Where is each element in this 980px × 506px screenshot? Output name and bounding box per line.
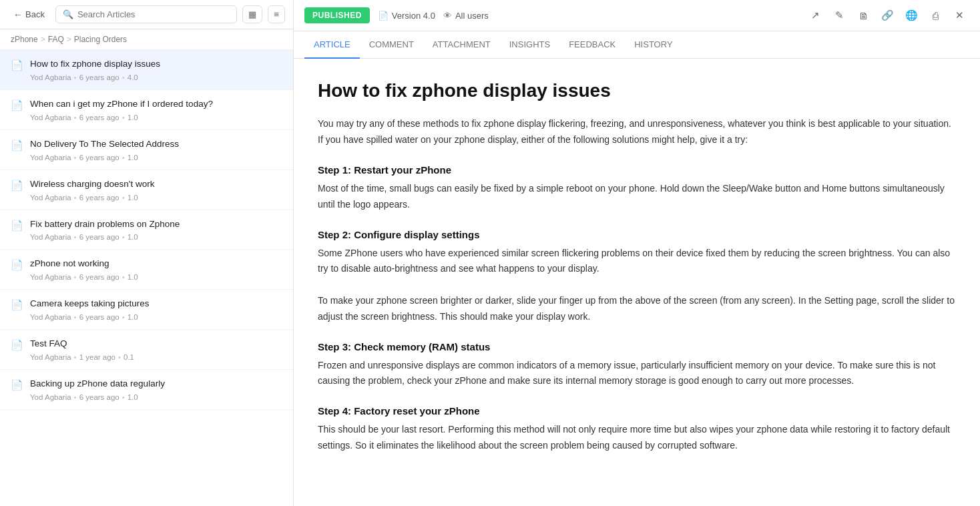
list-item[interactable]: 📄 zPhone not working Yod Agbaria • 6 yea… <box>0 250 293 290</box>
meta-dot-1: • <box>74 113 77 121</box>
article-doc-icon: 📄 <box>11 140 23 152</box>
meta-dot-1: • <box>74 154 77 162</box>
collapse-button[interactable]: ≡ <box>268 5 285 23</box>
search-box: 🔍 <box>55 5 237 23</box>
step-title-1: Step 1: Restart your zPhone <box>318 164 956 176</box>
article-intro: You may try any of these methods to fix … <box>318 116 956 148</box>
article-doc-icon: 📄 <box>11 220 23 232</box>
article-meta: Yod Agbaria • 6 years ago • 1.0 <box>30 313 282 321</box>
article-meta: Yod Agbaria • 6 years ago • 4.0 <box>30 73 282 81</box>
article-content: zPhone not working Yod Agbaria • 6 years… <box>30 258 282 281</box>
tab-article[interactable]: ARTICLE <box>304 31 360 59</box>
step-title-3: Step 3: Check memory (RAM) status <box>318 341 956 352</box>
article-version: 1.0 <box>128 273 138 281</box>
list-item[interactable]: 📄 Wireless charging doesn't work Yod Agb… <box>0 170 293 210</box>
article-time: 6 years ago <box>79 313 119 321</box>
back-button[interactable]: ← Back <box>8 7 50 23</box>
edit-button[interactable]: ✎ <box>829 5 849 25</box>
breadcrumb-faq[interactable]: FAQ <box>48 35 64 44</box>
breadcrumb: zPhone > FAQ > Placing Orders <box>0 29 293 50</box>
users-info: 👁 All users <box>443 11 489 21</box>
back-arrow-icon: ← <box>13 9 23 20</box>
meta-dot-2: • <box>122 233 125 241</box>
right-panel: PUBLISHED 📄 Version 4.0 👁 All users ↗ ✎ … <box>294 0 980 506</box>
tab-history[interactable]: HISTORY <box>625 31 682 59</box>
tab-attachment[interactable]: ATTACHMENT <box>423 31 500 59</box>
header-actions: ↗ ✎ 🗎 🔗 🌐 ⎙ ✕ <box>805 5 969 25</box>
top-bar: ← Back 🔍 ▦ ≡ <box>0 0 293 29</box>
left-panel: ← Back 🔍 ▦ ≡ zPhone > FAQ > Placing Orde… <box>0 0 294 506</box>
list-item[interactable]: 📄 Camera keeps taking pictures Yod Agbar… <box>0 290 293 330</box>
close-button[interactable]: ✕ <box>949 5 969 25</box>
article-title: No Delivery To The Selected Address <box>30 138 282 151</box>
article-meta: Yod Agbaria • 6 years ago • 1.0 <box>30 154 282 162</box>
article-title: When can i get my zPhone if I ordered to… <box>30 98 282 111</box>
tab-insights[interactable]: INSIGHTS <box>500 31 559 59</box>
article-meta: Yod Agbaria • 6 years ago • 1.0 <box>30 273 282 281</box>
list-item[interactable]: 📄 Fix battery drain problems on Zphone Y… <box>0 210 293 250</box>
list-item[interactable]: 📄 How to fix zphone display issues Yod A… <box>0 50 293 90</box>
right-header: PUBLISHED 📄 Version 4.0 👁 All users ↗ ✎ … <box>294 0 980 31</box>
search-icon: 🔍 <box>63 9 73 19</box>
article-meta: Yod Agbaria • 1 year ago • 0.1 <box>30 353 282 361</box>
article-title: How to fix zphone display issues <box>30 58 282 71</box>
meta-dot-2: • <box>122 273 125 281</box>
users-icon: 👁 <box>443 11 452 21</box>
document-button[interactable]: 🗎 <box>853 5 873 25</box>
list-item[interactable]: 📄 Test FAQ Yod Agbaria • 1 year ago • 0.… <box>0 330 293 370</box>
version-icon: 📄 <box>378 11 389 21</box>
meta-dot-2: • <box>122 113 125 121</box>
published-badge: PUBLISHED <box>304 7 370 23</box>
article-title: Test FAQ <box>30 338 282 350</box>
article-author: Yod Agbaria <box>30 233 71 241</box>
article-time: 6 years ago <box>79 194 119 202</box>
article-version: 1.0 <box>128 154 138 162</box>
article-author: Yod Agbaria <box>30 73 71 81</box>
step-content-2: Some ZPhone users who have experienced s… <box>318 246 956 325</box>
article-content: Camera keeps taking pictures Yod Agbaria… <box>30 298 282 321</box>
article-content: How to fix zphone display issues Yod Agb… <box>30 58 282 81</box>
meta-dot-1: • <box>74 353 77 361</box>
step-content-1: Most of the time, small bugs can easily … <box>318 181 956 213</box>
globe-button[interactable]: 🌐 <box>901 5 921 25</box>
breadcrumb-placing-orders[interactable]: Placing Orders <box>74 35 127 44</box>
article-title: Fix battery drain problems on Zphone <box>30 218 282 231</box>
article-version: 1.0 <box>128 113 138 121</box>
article-doc-icon: 📄 <box>11 299 23 311</box>
article-content: Test FAQ Yod Agbaria • 1 year ago • 0.1 <box>30 338 282 361</box>
filter-button[interactable]: ▦ <box>242 5 262 23</box>
share-button[interactable]: ↗ <box>805 5 825 25</box>
meta-dot-1: • <box>74 194 77 202</box>
version-label[interactable]: Version 4.0 <box>392 11 435 21</box>
search-input[interactable] <box>77 9 230 19</box>
copy-button[interactable]: ⎙ <box>925 5 945 25</box>
article-title: Camera keeps taking pictures <box>30 298 282 310</box>
list-item[interactable]: 📄 No Delivery To The Selected Address Yo… <box>0 130 293 170</box>
article-title: Backing up zPhone data regularly <box>30 378 282 391</box>
article-version: 4.0 <box>128 73 138 81</box>
article-time: 1 year ago <box>79 353 115 361</box>
tab-feedback[interactable]: FEEDBACK <box>559 31 625 59</box>
link-button[interactable]: 🔗 <box>877 5 897 25</box>
article-time: 6 years ago <box>79 113 119 121</box>
back-label: Back <box>25 9 45 19</box>
article-content: Wireless charging doesn't work Yod Agbar… <box>30 178 282 202</box>
header-left: PUBLISHED 📄 Version 4.0 👁 All users <box>304 7 489 23</box>
meta-dot-1: • <box>74 313 77 321</box>
article-content: Backing up zPhone data regularly Yod Agb… <box>30 378 282 401</box>
article-meta: Yod Agbaria • 6 years ago • 1.0 <box>30 393 282 401</box>
breadcrumb-zphone[interactable]: zPhone <box>11 35 38 44</box>
users-label[interactable]: All users <box>455 11 489 21</box>
tab-comment[interactable]: COMMENT <box>360 31 423 59</box>
list-item[interactable]: 📄 When can i get my zPhone if I ordered … <box>0 90 293 130</box>
article-time: 6 years ago <box>79 273 119 281</box>
meta-dot-2: • <box>122 313 125 321</box>
article-meta: Yod Agbaria • 6 years ago • 1.0 <box>30 113 282 121</box>
step-title-4: Step 4: Factory reset your zPhone <box>318 405 956 417</box>
article-version: 1.0 <box>128 393 138 401</box>
list-item[interactable]: 📄 Backing up zPhone data regularly Yod A… <box>0 370 293 410</box>
meta-dot-2: • <box>122 73 125 81</box>
breadcrumb-sep-2: > <box>67 35 71 44</box>
article-version: 1.0 <box>128 233 138 241</box>
meta-dot-1: • <box>74 73 77 81</box>
